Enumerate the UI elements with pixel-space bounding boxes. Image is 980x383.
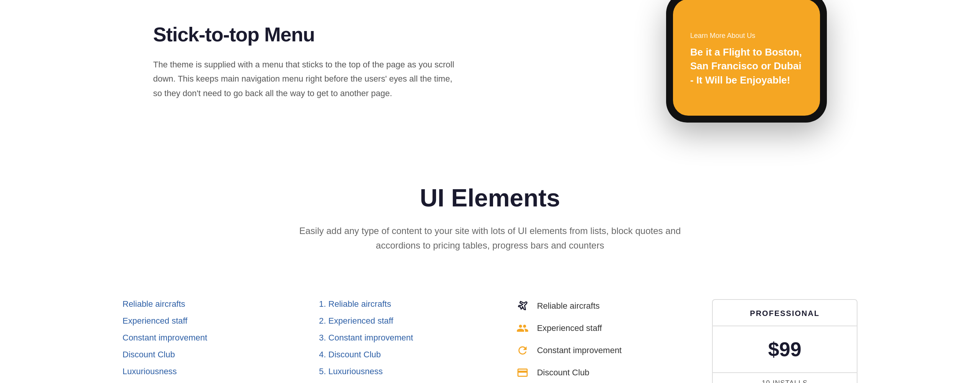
list-item[interactable]: Luxuriousness (122, 367, 288, 376)
top-title: Stick-to-top Menu (153, 23, 498, 46)
list-item[interactable]: Reliable aircrafts (122, 299, 288, 309)
numbered-list-column: 1. Reliable aircrafts 2. Experienced sta… (319, 299, 485, 383)
pricing-plan-name: PROFESSIONAL (720, 309, 849, 318)
phone-screen: Learn More About Us Be it a Flight to Bo… (673, 0, 820, 116)
icon-list-item-text: Reliable aircrafts (537, 301, 600, 311)
icon-list-column: Reliable aircrafts Experienced staff (516, 299, 681, 383)
list-item: Experienced staff (516, 321, 681, 335)
card-icon (516, 366, 529, 380)
pricing-price: $99 (720, 338, 849, 361)
plain-list-column: Reliable aircrafts Experienced staff Con… (122, 299, 288, 383)
plain-list: Reliable aircrafts Experienced staff Con… (122, 299, 288, 376)
ui-elements-subtitle: Easily add any type of content to your s… (279, 224, 701, 253)
numbered-list: 1. Reliable aircrafts 2. Experienced sta… (319, 299, 485, 376)
phone-area: Learn More About Us Be it a Flight to Bo… (628, 0, 827, 123)
list-item[interactable]: Experienced staff (122, 316, 288, 326)
refresh-icon (516, 344, 529, 357)
plane-icon (516, 299, 529, 313)
pricing-installs: 10 INSTALLS (713, 373, 857, 383)
list-item: Reliable aircrafts (516, 299, 681, 313)
list-item: Constant improvement (516, 344, 681, 357)
list-item[interactable]: 2. Experienced staff (319, 316, 485, 326)
page-wrapper: Stick-to-top Menu The theme is supplied … (0, 0, 980, 383)
list-item[interactable]: 5. Luxuriousness (319, 367, 485, 376)
lists-section: Reliable aircrafts Experienced staff Con… (0, 276, 980, 383)
list-item[interactable]: 3. Constant improvement (319, 333, 485, 343)
people-icon (516, 321, 529, 335)
ui-elements-title: UI Elements (77, 184, 903, 212)
top-text: Stick-to-top Menu The theme is supplied … (153, 15, 498, 100)
ui-elements-section: UI Elements Easily add any type of conte… (0, 153, 980, 276)
pricing-price-row: $99 (713, 326, 857, 373)
list-item[interactable]: Discount Club (122, 350, 288, 360)
icon-list-item-text: Discount Club (537, 368, 590, 378)
top-section: Stick-to-top Menu The theme is supplied … (0, 0, 980, 153)
pricing-card: PROFESSIONAL $99 10 INSTALLS 100K VISITS… (712, 299, 858, 383)
list-item[interactable]: 1. Reliable aircrafts (319, 299, 485, 309)
list-item[interactable]: Constant improvement (122, 333, 288, 343)
phone-mockup: Learn More About Us Be it a Flight to Bo… (666, 0, 827, 123)
icon-list-item-text: Experienced staff (537, 323, 602, 333)
pricing-header: PROFESSIONAL (713, 300, 857, 326)
icon-list: Reliable aircrafts Experienced staff (516, 299, 681, 380)
top-description: The theme is supplied with a menu that s… (153, 57, 459, 100)
list-item[interactable]: 4. Discount Club (319, 350, 485, 360)
phone-label: Learn More About Us (690, 32, 803, 40)
list-item: Discount Club (516, 366, 681, 380)
phone-headline: Be it a Flight to Boston, San Francisco … (690, 45, 803, 87)
icon-list-item-text: Constant improvement (537, 345, 622, 355)
